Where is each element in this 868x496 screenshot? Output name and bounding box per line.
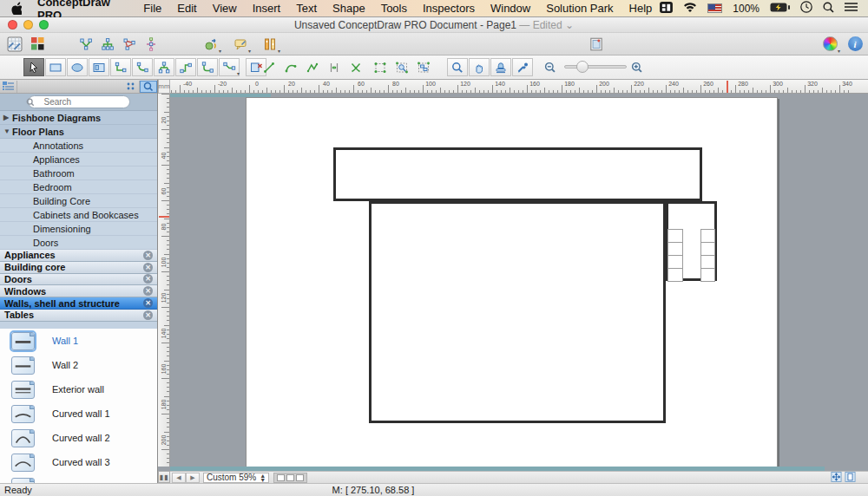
- zoom-slider-knob[interactable]: [576, 61, 589, 73]
- close-library-icon[interactable]: ✕: [143, 263, 153, 272]
- spline-tool[interactable]: [345, 58, 366, 76]
- select-transform-tool[interactable]: [370, 58, 391, 76]
- grid-view-icon[interactable]: [122, 81, 140, 93]
- callout-icon[interactable]: ▾: [231, 35, 250, 53]
- category-floor-plans[interactable]: ▼Floor Plans: [0, 125, 157, 139]
- close-library-icon[interactable]: ✕: [143, 274, 153, 284]
- page-thumb[interactable]: [277, 474, 285, 481]
- window-manager-icon[interactable]: [660, 2, 673, 16]
- title-chevron-icon[interactable]: ⌄: [565, 19, 574, 31]
- org-chart-icon[interactable]: [98, 35, 117, 53]
- shape-curved-wall-3[interactable]: Curved wall 3: [0, 450, 157, 474]
- search-input[interactable]: [28, 95, 130, 108]
- library-tables[interactable]: Tables✕: [0, 310, 157, 322]
- document-preview-icon[interactable]: [587, 35, 606, 53]
- menu-item-view[interactable]: View: [205, 2, 245, 15]
- zoom-slider[interactable]: [564, 65, 627, 69]
- zoom-in-icon[interactable]: [627, 58, 648, 76]
- ellipse-tool[interactable]: [67, 58, 88, 76]
- menu-item-text[interactable]: Text: [288, 2, 325, 15]
- category-fishbone-diagrams[interactable]: ▶Fishbone Diagrams: [0, 111, 157, 125]
- canvas-viewport[interactable]: [170, 94, 868, 467]
- shape-exterior-wall[interactable]: Exterior wall: [0, 377, 157, 401]
- page-thumb[interactable]: [286, 474, 294, 481]
- shape-actions-icon[interactable]: ▾: [201, 35, 220, 53]
- zoom-out-icon[interactable]: [540, 58, 561, 76]
- clock-icon[interactable]: [800, 1, 812, 16]
- top-wall[interactable]: [333, 147, 702, 201]
- polyline-tool[interactable]: [302, 58, 323, 76]
- shape-curved-wall-2[interactable]: Curved wall 2: [0, 426, 157, 450]
- style-chart-icon[interactable]: [28, 35, 47, 53]
- rectangle-tool[interactable]: [45, 58, 66, 76]
- spotlight-search-icon[interactable]: [823, 2, 834, 16]
- menu-item-window[interactable]: Window: [483, 2, 538, 15]
- divider-tool[interactable]: [324, 58, 345, 76]
- category-bathroom[interactable]: Bathroom: [0, 166, 157, 180]
- chevron-down-icon[interactable]: ▼: [3, 127, 12, 135]
- zoom-stepper-icon[interactable]: ▲▼: [260, 473, 266, 482]
- select-zoom-tool[interactable]: [391, 58, 412, 76]
- menu-item-inspectors[interactable]: Inspectors: [415, 2, 483, 15]
- library-doors[interactable]: Doors✕: [0, 274, 157, 286]
- inspector-info-icon[interactable]: i: [845, 35, 865, 53]
- library-windows[interactable]: Windows✕: [0, 285, 157, 297]
- shape-wall-with-pocket[interactable]: Wall with pocket: [0, 474, 157, 483]
- menu-item-edit[interactable]: Edit: [169, 2, 204, 15]
- menu-item-file[interactable]: File: [135, 2, 169, 15]
- category-dimensioning[interactable]: Dimensioning: [0, 222, 157, 236]
- tree-diagram-icon[interactable]: [76, 35, 95, 53]
- document-page[interactable]: [246, 97, 778, 467]
- minimize-window-button[interactable]: [23, 20, 33, 29]
- page-next-button[interactable]: ▶: [186, 473, 200, 483]
- sidebar-search-toggle-icon[interactable]: [140, 81, 157, 93]
- category-building-core[interactable]: Building Core: [0, 194, 157, 208]
- network-diagram-icon[interactable]: [120, 35, 139, 53]
- wifi-icon[interactable]: [683, 2, 697, 15]
- menu-item-help[interactable]: Help: [621, 2, 661, 15]
- mind-map-icon[interactable]: [141, 35, 161, 53]
- close-window-button[interactable]: [8, 20, 17, 29]
- close-library-icon[interactable]: ✕: [143, 298, 153, 308]
- pan-pages-icon[interactable]: [831, 472, 842, 484]
- zoom-window-button[interactable]: [39, 20, 49, 29]
- category-cabinets-and-bookcases[interactable]: Cabinets and Bookcases: [0, 208, 157, 222]
- color-wheel-icon[interactable]: ▾: [820, 35, 839, 53]
- apple-menu[interactable]: [10, 2, 22, 15]
- close-library-icon[interactable]: ✕: [143, 310, 153, 320]
- connector-smart-tool[interactable]: ▾: [219, 58, 240, 76]
- library-appliances[interactable]: Appliances✕: [0, 250, 157, 262]
- shape-curved-wall-1[interactable]: Curved wall 1: [0, 401, 157, 426]
- shape-wall-2[interactable]: Wall 2: [0, 353, 157, 377]
- stamp-tool[interactable]: [490, 58, 511, 76]
- category-bedroom[interactable]: Bedroom: [0, 180, 157, 194]
- category-appliances[interactable]: Appliances: [0, 153, 157, 166]
- battery-icon[interactable]: [770, 2, 790, 15]
- zoom-tool[interactable]: [447, 58, 468, 76]
- library-walls-shell-and-structure[interactable]: Walls, shell and structure✕: [0, 297, 157, 310]
- notification-list-icon[interactable]: [845, 2, 858, 15]
- frame-tool[interactable]: [89, 58, 109, 76]
- menu-item-solution-park[interactable]: Solution Park: [538, 2, 621, 15]
- chevron-right-icon[interactable]: ▶: [3, 114, 12, 121]
- category-annotations[interactable]: Annotations: [0, 139, 157, 153]
- library-building-core[interactable]: Building core✕: [0, 262, 157, 274]
- connector-rounded-tool[interactable]: [197, 58, 218, 76]
- page-prev-button[interactable]: ◀: [172, 473, 186, 483]
- splitter-handle[interactable]: ▮▮: [158, 471, 170, 483]
- fit-page-icon[interactable]: [845, 472, 856, 484]
- arc-tool[interactable]: [280, 58, 301, 76]
- connector-elbow-tool[interactable]: [110, 58, 131, 76]
- close-library-icon[interactable]: ✕: [143, 251, 153, 260]
- close-library-icon[interactable]: ✕: [143, 286, 153, 296]
- select-group-tool[interactable]: [413, 58, 434, 76]
- solution-browser-icon[interactable]: [5, 35, 24, 53]
- pan-hand-tool[interactable]: [469, 58, 490, 76]
- menu-item-insert[interactable]: Insert: [245, 2, 289, 15]
- shape-wall-1[interactable]: Wall 1: [0, 329, 157, 353]
- category-doors[interactable]: Doors: [0, 236, 157, 250]
- page-navigator[interactable]: [273, 473, 307, 483]
- page-thumb[interactable]: [296, 474, 304, 481]
- compare-columns-icon[interactable]: ▾: [260, 35, 279, 53]
- outline-view-icon[interactable]: [0, 81, 17, 93]
